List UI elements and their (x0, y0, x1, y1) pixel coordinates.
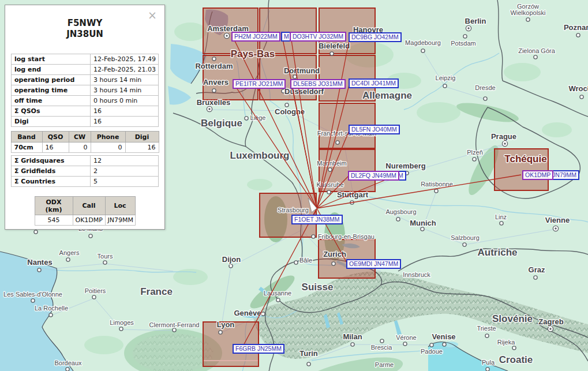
city-label: Munich (410, 219, 436, 227)
station-label-f6grb[interactable]: F6GRB JN25MM (233, 344, 284, 354)
city-label: Lausanne (264, 290, 291, 297)
city-label: Potsdam (451, 40, 475, 47)
station-label-overlap-outline (522, 170, 553, 180)
city-dot (484, 97, 487, 100)
column-header: Digi (125, 132, 159, 143)
city-label: Milan (343, 332, 362, 341)
city-dot (212, 89, 216, 92)
city-label: Pula (482, 359, 495, 366)
city-dot (443, 343, 446, 346)
city-label: Angers (59, 249, 80, 256)
city-dot (443, 84, 447, 88)
city-dot (312, 235, 315, 238)
city-label: Rotterdam (195, 62, 233, 70)
city-dot (34, 230, 38, 234)
station-label-dc4di[interactable]: DC4DI JO41MM (349, 78, 399, 88)
city-label: Augsbourg (385, 208, 416, 215)
city-label: Genève (234, 309, 261, 317)
city-dot (332, 262, 335, 265)
log-info-row: operating time3 hours 14 min (12, 85, 159, 96)
city-label: Graz (529, 265, 545, 274)
city-dot (66, 368, 69, 371)
city-label: Limoges (110, 319, 134, 326)
city-label: Bruxelles (197, 98, 231, 107)
station-label-dl5ebs[interactable]: DL5EBS JO31MM (290, 79, 346, 89)
city-label: Turin (299, 349, 318, 358)
city-dot (534, 55, 537, 59)
city-dot (380, 339, 384, 343)
band-table: BandQSOCWPhoneDigi 70cm160016 (11, 131, 159, 153)
city-label: Trieste (477, 325, 496, 332)
city-label: Tours (98, 253, 113, 260)
station-locator: JN38UN (66, 29, 103, 39)
city-label: Lyon (217, 320, 235, 329)
city-label: Belgique (201, 118, 242, 129)
log-info-row: log end12-Feb-2025, 21.03 (12, 65, 159, 75)
band-row: 70cm160016 (11, 143, 159, 153)
city-dot (307, 362, 310, 366)
capital-dot-core (549, 328, 551, 329)
station-label-do3htv[interactable]: DO3HTV JO32MM (290, 32, 346, 42)
city-dot (31, 299, 35, 302)
close-icon[interactable]: × (148, 10, 157, 21)
city-dot (396, 218, 400, 221)
city-dot (119, 327, 123, 331)
grid-square-JO32[interactable] (260, 8, 316, 54)
city-label: Bâle (299, 257, 312, 264)
totals-row: Σ Countries5 (12, 177, 159, 187)
column-header: Phone (91, 132, 125, 143)
station-label-dl2fq[interactable]: DL2FQ JN49MM (348, 171, 399, 181)
station-label-ph2m[interactable]: PH2M JO22MM (231, 32, 280, 42)
city-label: Poitiers (85, 287, 106, 294)
capital-dot-core (226, 35, 227, 36)
city-label: Pays-Bas (231, 48, 275, 59)
city-label: Strasbourg (278, 207, 309, 213)
city-label: Luxembourg (230, 150, 290, 161)
city-dot (580, 95, 583, 99)
city-label: Tchéquie (504, 153, 546, 164)
city-label: Parme (375, 361, 394, 368)
city-label: Vérone (396, 334, 416, 341)
city-label: Nuremberg (385, 162, 425, 170)
station-callsign: F5NWY (68, 18, 103, 28)
log-info-row: Σ QSOs16 (12, 106, 159, 117)
log-summary-panel: × F5NWY JN38UN log start12-Feb-2025, 17.… (5, 5, 165, 230)
city-label: Cologne (275, 107, 305, 116)
station-label-f1oet[interactable]: F1OET JN38MM (291, 215, 343, 224)
station-label-dc9bg[interactable]: DC9BG JO42MM (349, 32, 402, 42)
city-label: Magdebourg (405, 39, 441, 46)
column-header: Loc (105, 197, 135, 215)
log-info-row: operating period3 hours 14 min (12, 75, 159, 85)
city-dot (285, 103, 289, 107)
city-label: Dijon (222, 255, 241, 264)
city-dot (421, 49, 425, 53)
city-dot (89, 234, 92, 238)
city-label: Zagreb (538, 317, 563, 326)
city-label: Brescia (371, 344, 393, 351)
city-label: Les Sables-d'Olonne (3, 291, 62, 298)
station-label-dl5fn[interactable]: DL5FN JO40MM (349, 125, 400, 134)
city-label: Mannheim (317, 160, 346, 167)
odx-table: ODX (km)CallLoc 545OK1DMPJN79MM (35, 196, 136, 226)
city-dot (435, 189, 438, 193)
city-label: Poznań (564, 23, 588, 32)
city-dot (173, 328, 176, 332)
city-dot (403, 342, 407, 346)
city-dot (293, 75, 297, 78)
city-dot (38, 268, 41, 272)
column-header: Call (73, 197, 105, 215)
capital-dot-core (208, 108, 210, 110)
totals-row: Σ Gridsquares12 (12, 156, 159, 166)
station-label-pe1itr[interactable]: PE1ITR JO21MM (233, 79, 286, 89)
city-dot (219, 331, 222, 334)
city-dot (486, 368, 489, 371)
city-label: Dresde (475, 84, 495, 91)
city-label: Prague (491, 132, 516, 141)
city-label: Rijeka (497, 339, 515, 346)
city-label: Plzeň (467, 149, 483, 156)
city-dot (463, 243, 466, 246)
city-label: Leipzig (436, 74, 456, 81)
station-label-oe9mdi[interactable]: OE9MDI JN47MM (346, 259, 401, 269)
city-dot (261, 312, 265, 316)
column-header: CW (69, 132, 91, 143)
